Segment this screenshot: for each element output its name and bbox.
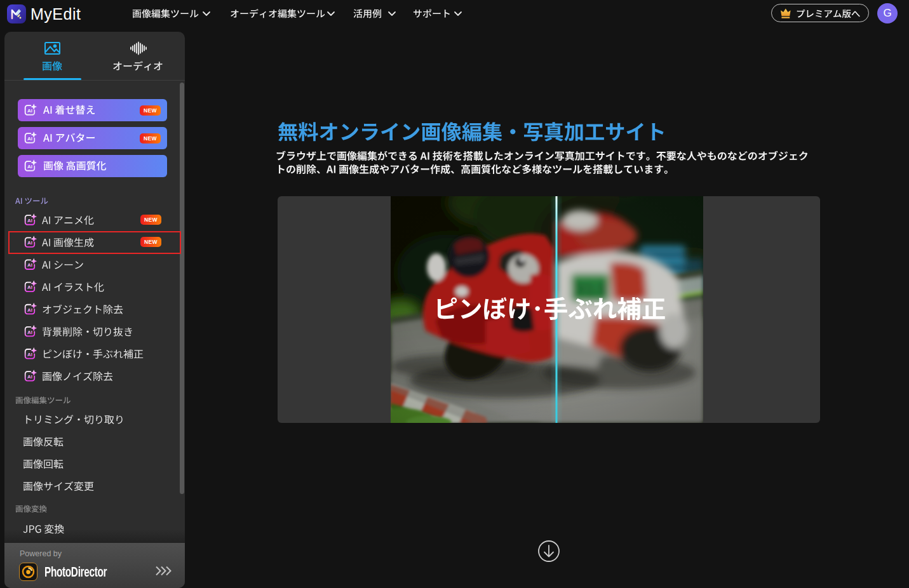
svg-text:AI: AI xyxy=(27,352,32,357)
svg-text:AI: AI xyxy=(27,262,32,268)
svg-text:AI: AI xyxy=(27,374,32,380)
svg-text:AI: AI xyxy=(27,240,32,246)
svg-text:AI: AI xyxy=(27,307,32,313)
svg-text:AI: AI xyxy=(27,108,32,114)
svg-text:AI: AI xyxy=(27,164,32,170)
svg-text:AI: AI xyxy=(27,136,32,142)
svg-text:AI: AI xyxy=(27,218,32,224)
svg-text:AI: AI xyxy=(27,330,32,335)
svg-text:AI: AI xyxy=(27,284,32,290)
